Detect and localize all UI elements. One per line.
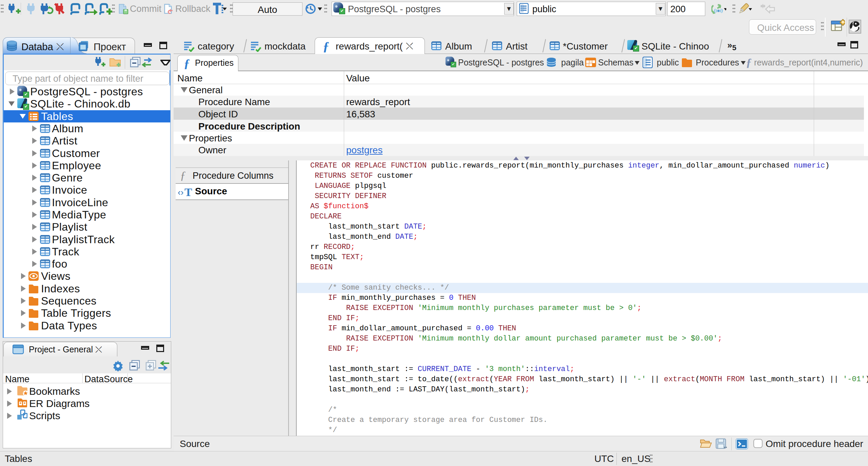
svg-text:T: T [184,186,192,198]
svg-text:‹›: ‹› [178,187,183,197]
